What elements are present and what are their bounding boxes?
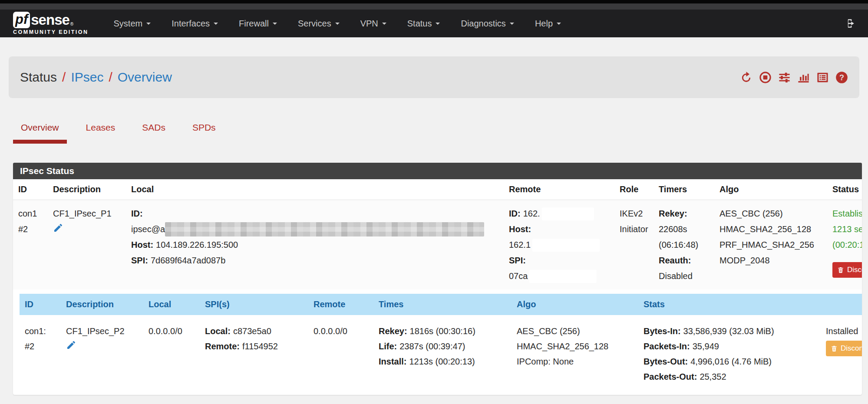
table-row: con1: #2 CF1_IPsec_P2 0.0.0.0/0 Local:c8… <box>20 316 862 392</box>
child-id-cell: con1: #2 <box>20 316 61 392</box>
nav-item-services[interactable]: Services <box>287 10 350 37</box>
child-col-algo: Algo <box>512 294 638 316</box>
tab-leases[interactable]: Leases <box>78 122 123 144</box>
child-id: con1: <box>25 324 56 339</box>
logo-pf: pf <box>13 12 30 28</box>
child-disconnect-button[interactable]: Disconnect <box>826 341 862 356</box>
help-icon[interactable]: ? <box>835 71 848 84</box>
reauth-label: Reauth: <box>659 256 691 265</box>
pfsense-logo[interactable]: pf sense ® COMMUNITY EDITION <box>13 12 89 35</box>
sliders-icon[interactable] <box>778 71 791 84</box>
remote-host-value: 162.1 <box>509 240 531 250</box>
redacted-region <box>165 222 484 236</box>
child-col-status <box>821 294 862 316</box>
chevron-down-icon <box>382 23 386 27</box>
nav-item-status[interactable]: Status <box>397 10 451 37</box>
rekey-value: 22608s <box>659 221 709 237</box>
child-remote-cell: 0.0.0.0/0 <box>308 316 373 392</box>
child-description: CF1_IPsec_P2 <box>66 324 138 339</box>
child-table-header-row: ID Description Local SPI(s) Remote Times… <box>20 294 862 316</box>
col-role: Role <box>614 179 653 200</box>
packets-in-value: 35,949 <box>693 342 719 351</box>
role-version: IKEv2 <box>620 206 648 221</box>
nav-item-vpn[interactable]: VPN <box>350 10 397 37</box>
algo-encryption: AES_CBC (256) <box>719 206 822 221</box>
page-action-icons: ? <box>740 71 848 84</box>
nav-item-firewall[interactable]: Firewall <box>228 10 287 37</box>
window-title-strip <box>0 3 868 10</box>
chevron-down-icon <box>273 23 277 27</box>
sa-algo-cell: AES_CBC (256) HMAC_SHA2_256_128 PRF_HMAC… <box>714 200 827 290</box>
nav-item-interfaces[interactable]: Interfaces <box>161 10 228 37</box>
child-algo-cell: AES_CBC (256) HMAC_SHA2_256_128 IPComp: … <box>512 316 638 392</box>
sa-remote-cell: ID:162. Host: 162.1 SPI: 07ca <box>504 200 614 290</box>
tab-sads[interactable]: SADs <box>134 122 173 144</box>
disconnect-button[interactable]: Disconnect <box>832 262 862 278</box>
list-icon[interactable] <box>816 71 829 84</box>
child-col-remote: Remote <box>308 294 373 316</box>
nav-item-system[interactable]: System <box>103 10 162 37</box>
child-algo-integrity: HMAC_SHA2_256_128 <box>517 339 633 354</box>
nav-label: Help <box>535 19 553 29</box>
bytes-in-label: Bytes-In: <box>644 326 681 336</box>
table-clip: ID Description Local Remote Role Timers … <box>13 179 862 395</box>
remote-host-label: Host: <box>509 224 531 234</box>
nav-label: System <box>114 19 143 29</box>
edit-icon[interactable] <box>66 340 76 350</box>
logo-registered-mark: ® <box>70 22 73 26</box>
algo-integrity: HMAC_SHA2_256_128 <box>719 221 822 237</box>
col-local: Local <box>126 179 504 200</box>
local-host-value: 104.189.226.195:500 <box>156 240 238 250</box>
child-col-description: Description <box>61 294 143 316</box>
rekey-time: (06:16:48) <box>659 237 709 253</box>
remote-id-value: 162. <box>523 209 540 218</box>
time-rekey-value: 1816s (00:30:16) <box>410 326 475 336</box>
tab-overview[interactable]: Overview <box>13 122 67 144</box>
breadcrumb-panel: Status/IPsec/Overview ? <box>9 56 859 98</box>
tab-spds[interactable]: SPDs <box>185 122 224 144</box>
spi-remote-value: f1154952 <box>242 342 278 351</box>
trash-icon <box>831 345 838 352</box>
child-times-cell: Rekey:1816s (00:30:16) Life:2387s (00:39… <box>373 316 512 392</box>
status-state: Established <box>832 206 862 221</box>
redacted-region <box>542 207 594 220</box>
ipsec-status-card: IPsec Status ID Description Local Remote… <box>13 163 862 395</box>
breadcrumb-ipsec-link[interactable]: IPsec <box>71 70 103 84</box>
navbar: pf sense ® COMMUNITY EDITION System Inte… <box>0 10 868 37</box>
nav-item-help[interactable]: Help <box>525 10 571 37</box>
nav-item-diagnostics[interactable]: Diagnostics <box>450 10 524 37</box>
chevron-down-icon <box>146 23 151 27</box>
card-title: IPsec Status <box>13 163 862 179</box>
logo-sense: sense <box>31 12 69 28</box>
time-life-label: Life: <box>379 342 397 351</box>
bytes-in-value: 33,586,939 (32.03 MiB) <box>683 326 774 336</box>
algo-prf: PRF_HMAC_SHA2_256 <box>719 237 822 253</box>
sign-out-icon[interactable] <box>844 18 855 29</box>
bytes-out-value: 4,996,016 (4.76 MiB) <box>690 357 772 366</box>
breadcrumb-status: Status <box>20 70 57 84</box>
sa-id-number: #2 <box>18 221 43 237</box>
child-col-times: Times <box>373 294 512 316</box>
stop-icon[interactable] <box>759 71 772 84</box>
breadcrumb-separator: / <box>109 70 112 84</box>
edit-icon[interactable] <box>53 222 63 233</box>
child-sa-table: ID Description Local SPI(s) Remote Times… <box>20 294 862 392</box>
nav-label: Status <box>407 19 432 29</box>
spi-local-value: c873e5a0 <box>233 326 271 336</box>
svg-text:?: ? <box>839 73 844 82</box>
child-local-cell: 0.0.0.0/0 <box>143 316 200 392</box>
chevron-down-icon <box>436 23 440 27</box>
ipsec-table-header-row: ID Description Local Remote Role Timers … <box>13 179 862 200</box>
child-disconnect-label: Disconnect <box>841 344 862 353</box>
window-top-edge <box>0 0 868 3</box>
child-col-spis: SPI(s) <box>200 294 308 316</box>
breadcrumb-overview-link[interactable]: Overview <box>118 70 172 84</box>
child-id-number: #2 <box>25 339 56 354</box>
local-spi-value: 7d689f64a7ad087b <box>151 256 225 265</box>
time-install-value: 1213s (00:20:13) <box>409 357 475 366</box>
child-algo-encryption: AES_CBC (256) <box>517 324 633 339</box>
logo-edition: COMMUNITY EDITION <box>13 29 89 35</box>
bytes-out-label: Bytes-Out: <box>644 357 688 366</box>
refresh-icon[interactable] <box>740 71 752 84</box>
bar-chart-icon[interactable] <box>797 71 810 84</box>
